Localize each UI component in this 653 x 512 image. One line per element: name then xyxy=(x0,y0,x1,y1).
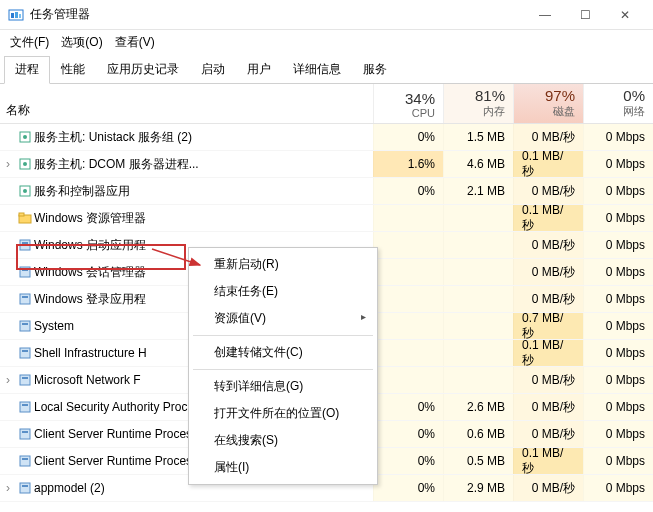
svg-rect-23 xyxy=(22,377,28,379)
cell-disk: 0.1 MB/秒 xyxy=(513,205,583,231)
svg-rect-19 xyxy=(22,323,28,325)
cell-network: 0 Mbps xyxy=(583,151,653,177)
svg-rect-2 xyxy=(15,12,18,18)
svg-rect-15 xyxy=(22,269,28,271)
menu-item[interactable]: 资源值(V) xyxy=(192,305,374,332)
col-cpu[interactable]: 34% CPU xyxy=(373,84,443,123)
expand-toggle[interactable]: › xyxy=(0,475,16,501)
process-icon xyxy=(16,394,34,420)
cell-cpu xyxy=(373,259,443,285)
svg-rect-17 xyxy=(22,296,28,298)
expand-toggle[interactable] xyxy=(0,259,16,285)
svg-point-5 xyxy=(23,135,27,139)
expand-toggle[interactable] xyxy=(0,205,16,231)
table-row[interactable]: ›服务主机: DCOM 服务器进程...1.6%4.6 MB0.1 MB/秒0 … xyxy=(0,151,653,178)
svg-point-7 xyxy=(23,162,27,166)
cell-cpu: 1.6% xyxy=(373,151,443,177)
cell-network: 0 Mbps xyxy=(583,205,653,231)
menu-item[interactable]: 打开文件所在的位置(O) xyxy=(192,400,374,427)
tab-6[interactable]: 服务 xyxy=(352,56,398,84)
expand-toggle[interactable] xyxy=(0,340,16,366)
tab-4[interactable]: 用户 xyxy=(236,56,282,84)
cell-disk: 0 MB/秒 xyxy=(513,286,583,312)
table-row[interactable]: 服务主机: Unistack 服务组 (2)0%1.5 MB0 MB/秒0 Mb… xyxy=(0,124,653,151)
cell-cpu: 0% xyxy=(373,124,443,150)
svg-rect-25 xyxy=(22,404,28,406)
cell-network: 0 Mbps xyxy=(583,448,653,474)
cell-memory xyxy=(443,313,513,339)
svg-rect-20 xyxy=(20,348,30,358)
tab-bar: 进程性能应用历史记录启动用户详细信息服务 xyxy=(0,55,653,84)
cell-memory: 4.6 MB xyxy=(443,151,513,177)
cell-cpu: 0% xyxy=(373,178,443,204)
menu-options[interactable]: 选项(O) xyxy=(61,34,102,51)
svg-rect-28 xyxy=(20,456,30,466)
expand-toggle[interactable] xyxy=(0,124,16,150)
menu-separator xyxy=(193,335,373,336)
cell-memory: 2.6 MB xyxy=(443,394,513,420)
cell-memory xyxy=(443,259,513,285)
app-icon xyxy=(8,7,24,23)
cell-cpu xyxy=(373,340,443,366)
cell-network: 0 Mbps xyxy=(583,124,653,150)
cell-cpu: 0% xyxy=(373,394,443,420)
cell-network: 0 Mbps xyxy=(583,475,653,501)
cell-network: 0 Mbps xyxy=(583,367,653,393)
tab-3[interactable]: 启动 xyxy=(190,56,236,84)
tab-1[interactable]: 性能 xyxy=(50,56,96,84)
col-network[interactable]: 0% 网络 xyxy=(583,84,653,123)
window-title: 任务管理器 xyxy=(30,6,525,23)
cell-disk: 0 MB/秒 xyxy=(513,232,583,258)
svg-rect-1 xyxy=(11,13,14,18)
expand-toggle[interactable]: › xyxy=(0,367,16,393)
menu-item[interactable]: 创建转储文件(C) xyxy=(192,339,374,366)
col-name[interactable]: 名称 xyxy=(0,84,373,123)
expand-toggle[interactable]: › xyxy=(0,151,16,177)
tab-5[interactable]: 详细信息 xyxy=(282,56,352,84)
expand-toggle[interactable] xyxy=(0,448,16,474)
svg-rect-29 xyxy=(22,458,28,460)
process-icon xyxy=(16,232,34,258)
process-name: 服务主机: DCOM 服务器进程... xyxy=(34,151,373,177)
process-icon xyxy=(16,475,34,501)
expand-toggle[interactable] xyxy=(0,421,16,447)
col-memory[interactable]: 81% 内存 xyxy=(443,84,513,123)
svg-rect-21 xyxy=(22,350,28,352)
expand-toggle[interactable] xyxy=(0,286,16,312)
cell-memory xyxy=(443,340,513,366)
tab-0[interactable]: 进程 xyxy=(4,56,50,84)
cell-network: 0 Mbps xyxy=(583,421,653,447)
table-row[interactable]: 服务和控制器应用0%2.1 MB0 MB/秒0 Mbps xyxy=(0,178,653,205)
menu-view[interactable]: 查看(V) xyxy=(115,34,155,51)
cell-cpu: 0% xyxy=(373,448,443,474)
process-name: Windows 资源管理器 xyxy=(34,205,373,231)
cell-disk: 0 MB/秒 xyxy=(513,475,583,501)
cell-disk: 0 MB/秒 xyxy=(513,124,583,150)
cell-memory: 0.5 MB xyxy=(443,448,513,474)
svg-point-9 xyxy=(23,189,27,193)
svg-rect-24 xyxy=(20,402,30,412)
expand-toggle[interactable] xyxy=(0,313,16,339)
svg-rect-18 xyxy=(20,321,30,331)
cell-memory: 2.9 MB xyxy=(443,475,513,501)
menu-item[interactable]: 结束任务(E) xyxy=(192,278,374,305)
svg-rect-13 xyxy=(22,242,28,244)
minimize-button[interactable]: — xyxy=(525,0,565,30)
col-disk[interactable]: 97% 磁盘 xyxy=(513,84,583,123)
process-name: 服务和控制器应用 xyxy=(34,178,373,204)
svg-rect-30 xyxy=(20,483,30,493)
cell-memory xyxy=(443,205,513,231)
expand-toggle[interactable] xyxy=(0,178,16,204)
menu-file[interactable]: 文件(F) xyxy=(10,34,49,51)
table-row[interactable]: Windows 资源管理器0.1 MB/秒0 Mbps xyxy=(0,205,653,232)
svg-rect-11 xyxy=(19,213,24,216)
expand-toggle[interactable] xyxy=(0,232,16,258)
maximize-button[interactable]: ☐ xyxy=(565,0,605,30)
menu-item[interactable]: 转到详细信息(G) xyxy=(192,373,374,400)
menu-item[interactable]: 在线搜索(S) xyxy=(192,427,374,454)
tab-2[interactable]: 应用历史记录 xyxy=(96,56,190,84)
expand-toggle[interactable] xyxy=(0,394,16,420)
close-button[interactable]: ✕ xyxy=(605,0,645,30)
menu-item[interactable]: 重新启动(R) xyxy=(192,251,374,278)
menu-item[interactable]: 属性(I) xyxy=(192,454,374,481)
